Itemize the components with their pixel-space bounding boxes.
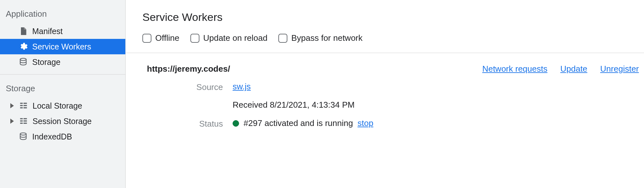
status-row: Status #297 activated and is running sto…	[142, 118, 644, 129]
sidebar-item-service-workers[interactable]: Service Workers	[0, 39, 125, 54]
main-panel: Service Workers Offline Update on reload…	[126, 0, 644, 188]
sidebar-item-manifest[interactable]: Manifest	[0, 23, 125, 39]
unregister-link[interactable]: Unregister	[600, 64, 639, 74]
svg-rect-10	[24, 121, 27, 122]
database-icon	[19, 58, 28, 67]
bypass-for-network-checkbox[interactable]: Bypass for network	[278, 33, 362, 43]
svg-point-0	[20, 58, 26, 60]
status-dot-icon	[233, 120, 239, 127]
svg-rect-3	[20, 105, 23, 106]
file-icon	[19, 27, 28, 36]
checkbox-label: Bypass for network	[291, 33, 362, 43]
sw-toolbar: Offline Update on reload Bypass for netw…	[126, 33, 644, 53]
sidebar-item-session-storage[interactable]: Session Storage	[0, 113, 125, 129]
svg-rect-12	[24, 123, 27, 124]
svg-rect-5	[20, 107, 23, 109]
svg-rect-6	[24, 107, 27, 109]
svg-rect-11	[20, 123, 23, 124]
sidebar-section-application: Application	[0, 0, 125, 23]
sidebar: Application Manifest Service Workers Sto…	[0, 0, 126, 188]
svg-rect-9	[20, 121, 23, 122]
sidebar-item-label: Manifest	[32, 27, 62, 36]
svg-rect-1	[20, 103, 23, 104]
source-file-link[interactable]: sw.js	[233, 82, 355, 92]
update-link[interactable]: Update	[560, 64, 587, 74]
sidebar-item-label: IndexedDB	[32, 132, 72, 141]
origin-url: https://jeremy.codes/	[147, 64, 230, 74]
svg-point-13	[20, 133, 26, 135]
database-icon	[19, 132, 28, 141]
received-timestamp: Received 8/21/2021, 4:13:34 PM	[233, 100, 355, 110]
sidebar-item-indexeddb[interactable]: IndexedDB	[0, 129, 125, 144]
sidebar-item-label: Service Workers	[32, 42, 91, 51]
checkbox-icon	[142, 34, 151, 43]
network-requests-link[interactable]: Network requests	[482, 64, 547, 74]
source-label: Source	[142, 82, 233, 92]
svg-rect-2	[24, 103, 27, 104]
checkbox-label: Offline	[155, 33, 179, 43]
offline-checkbox[interactable]: Offline	[142, 33, 179, 43]
origin-actions: Network requests Update Unregister	[482, 64, 639, 74]
chevron-right-icon	[10, 103, 14, 108]
checkbox-icon	[190, 34, 199, 43]
checkbox-icon	[278, 34, 287, 43]
svg-rect-8	[24, 118, 27, 120]
status-text: #297 activated and is running	[244, 118, 353, 128]
origin-row: https://jeremy.codes/ Network requests U…	[142, 53, 644, 82]
grid-icon	[19, 117, 28, 126]
svg-rect-4	[24, 105, 27, 106]
stop-link[interactable]: stop	[358, 118, 373, 128]
sidebar-item-label: Storage	[32, 58, 61, 67]
update-on-reload-checkbox[interactable]: Update on reload	[190, 33, 267, 43]
sidebar-item-label: Local Storage	[33, 101, 82, 111]
sidebar-item-local-storage[interactable]: Local Storage	[0, 98, 125, 113]
chevron-right-icon	[10, 119, 14, 124]
source-row: Source sw.js Received 8/21/2021, 4:13:34…	[142, 82, 644, 110]
sidebar-section-storage: Storage	[0, 75, 125, 98]
sidebar-item-label: Session Storage	[33, 117, 91, 126]
svg-rect-7	[20, 118, 23, 120]
page-title: Service Workers	[142, 11, 644, 23]
sidebar-item-storage[interactable]: Storage	[0, 54, 125, 70]
grid-icon	[19, 101, 28, 110]
status-label: Status	[142, 118, 233, 129]
checkbox-label: Update on reload	[203, 33, 267, 43]
gear-icon	[19, 42, 28, 51]
